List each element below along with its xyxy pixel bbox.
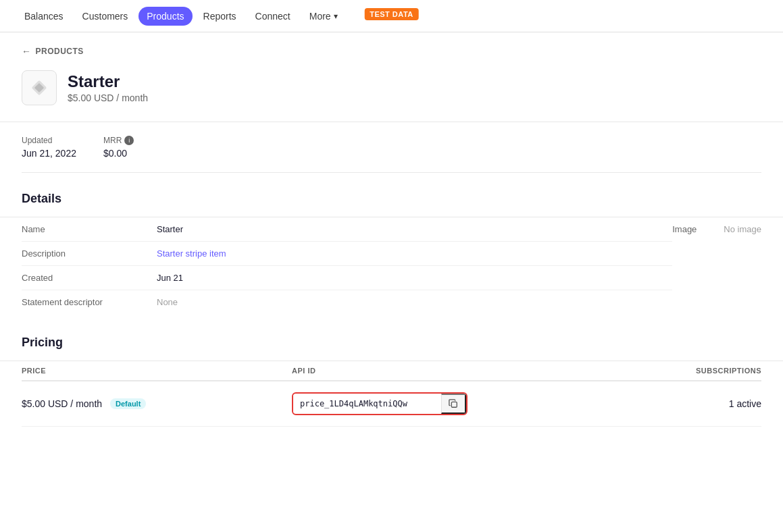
pricing-section: Pricing PRICE API ID SUBSCRIPTIONS $5.00… [22, 336, 761, 427]
detail-row-description: Description Starter stripe item [22, 242, 672, 266]
main-nav: Balances Customers Products Reports Conn… [0, 0, 783, 32]
image-key: Image [672, 224, 697, 314]
mrr-info-icon[interactable]: i [124, 136, 134, 145]
pricing-row: $5.00 USD / month Default price_1LD4qLAM… [22, 381, 761, 427]
chevron-down-icon: ▾ [334, 11, 338, 21]
detail-row-created: Created Jun 21 [22, 266, 672, 290]
product-name: Starter [68, 72, 148, 91]
stat-updated-value: Jun 21, 2022 [22, 148, 76, 159]
breadcrumb-label: PRODUCTS [36, 47, 84, 56]
pricing-col-header-price: PRICE [22, 367, 292, 375]
stat-updated-label: Updated [22, 136, 76, 145]
nav-item-products[interactable]: Products [138, 7, 192, 26]
image-value: No image [724, 224, 761, 314]
stat-mrr: MRR i $0.00 [103, 136, 134, 159]
stat-updated: Updated Jun 21, 2022 [22, 136, 76, 159]
stat-mrr-value: $0.00 [103, 148, 134, 159]
pricing-cell-api: price_1LD4qLAMkqtniQQw [292, 392, 626, 415]
breadcrumb[interactable]: ← PRODUCTS [22, 46, 761, 57]
svg-rect-2 [451, 402, 457, 407]
pricing-table-header: PRICE API ID SUBSCRIPTIONS [22, 367, 761, 381]
pricing-divider [0, 361, 783, 361]
nav-item-more[interactable]: More ▾ [301, 7, 346, 26]
pricing-price-value: $5.00 USD / month [22, 398, 102, 409]
detail-value-name: Starter [157, 224, 672, 234]
detail-key-description: Description [22, 248, 157, 259]
copy-icon [449, 399, 458, 408]
back-arrow-icon: ← [22, 46, 32, 57]
pricing-col-header-subscriptions: SUBSCRIPTIONS [626, 367, 761, 375]
pricing-cell-subscriptions: 1 active [626, 398, 761, 409]
pricing-cell-price: $5.00 USD / month Default [22, 398, 292, 409]
default-badge: Default [110, 398, 146, 409]
product-price-subtitle: $5.00 USD / month [68, 92, 148, 103]
page-content: ← PRODUCTS Starter $5.00 USD / month Upd… [0, 32, 783, 462]
copy-api-id-button[interactable] [441, 394, 466, 414]
detail-value-description[interactable]: Starter stripe item [157, 248, 672, 259]
nav-item-connect[interactable]: Connect [247, 7, 299, 26]
detail-row-statement: Statement descriptor None [22, 290, 672, 314]
details-right: Image No image [672, 217, 761, 314]
detail-value-statement: None [157, 297, 672, 307]
product-header: Starter $5.00 USD / month [22, 70, 761, 105]
stats-row: Updated Jun 21, 2022 MRR i $0.00 [22, 122, 761, 173]
details-section: Details Name Starter Description Starter… [22, 192, 761, 314]
pricing-col-header-api: API ID [292, 367, 626, 375]
product-info: Starter $5.00 USD / month [68, 72, 148, 103]
nav-item-customers[interactable]: Customers [74, 7, 136, 26]
product-icon [22, 70, 57, 105]
nav-item-reports[interactable]: Reports [195, 7, 245, 26]
test-data-badge: TEST DATA [364, 8, 419, 20]
details-wrapper: Name Starter Description Starter stripe … [22, 217, 761, 314]
details-left: Name Starter Description Starter stripe … [22, 217, 672, 314]
pricing-section-title: Pricing [22, 336, 761, 350]
detail-row-name: Name Starter [22, 217, 672, 242]
detail-key-statement: Statement descriptor [22, 297, 157, 307]
details-section-title: Details [22, 192, 761, 206]
api-id-box: price_1LD4qLAMkqtniQQw [292, 392, 468, 415]
stat-mrr-label: MRR i [103, 136, 134, 145]
detail-key-created: Created [22, 273, 157, 283]
detail-key-name: Name [22, 224, 157, 234]
detail-value-created: Jun 21 [157, 273, 672, 283]
nav-item-balances[interactable]: Balances [16, 7, 72, 26]
api-id-text: price_1LD4qLAMkqtniQQw [293, 395, 441, 413]
